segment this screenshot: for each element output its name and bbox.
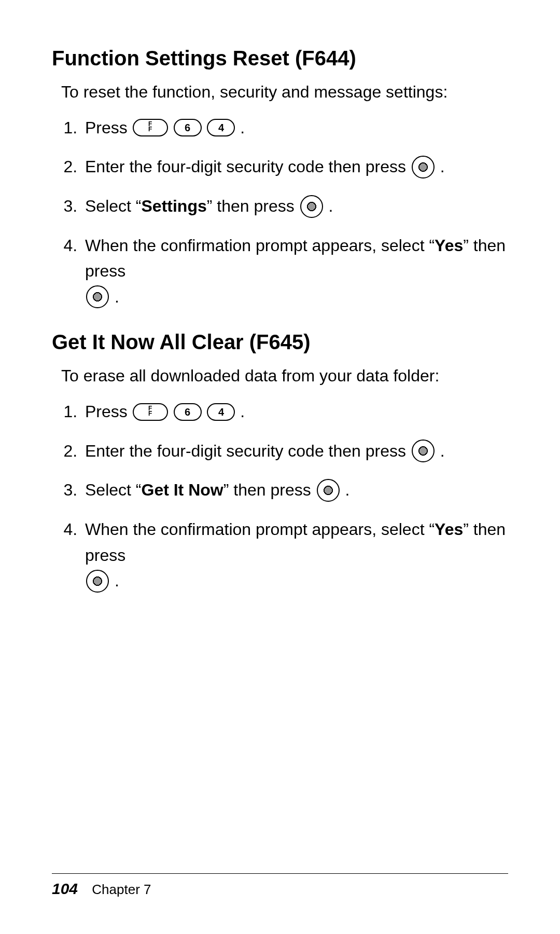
step-text: Enter the four-digit security code then …	[85, 442, 411, 460]
key-f-icon: FF	[133, 119, 168, 136]
list-item: Select “Get It Now” then press .	[82, 477, 513, 503]
step-text: Select “	[85, 480, 141, 499]
step-text: .	[345, 480, 349, 499]
manual-page: Function Settings Reset (F644) To reset …	[0, 0, 560, 934]
list-item: Press FF 6 4 .	[82, 399, 513, 425]
bold-term: Yes	[435, 236, 463, 255]
ok-button-icon	[412, 156, 435, 178]
step-text: Press	[85, 402, 132, 421]
section-heading: Function Settings Reset (F644)	[52, 47, 513, 70]
key-4-icon: 4	[207, 119, 235, 136]
step-text: Enter the four-digit security code then …	[85, 157, 411, 176]
key-6-icon: 6	[174, 119, 202, 136]
step-text: .	[440, 157, 445, 176]
step-text: Press	[85, 118, 132, 137]
bold-term: Get It Now	[141, 480, 223, 499]
section-intro: To erase all downloaded data from your d…	[52, 364, 513, 388]
chapter-label: Chapter 7	[92, 882, 151, 897]
bold-term: Settings	[141, 197, 206, 215]
step-list: Press FF 6 4 . Enter the four-digit secu…	[52, 115, 513, 310]
step-text: When the confirmation prompt appears, se…	[85, 520, 435, 539]
ok-button-icon	[412, 439, 435, 462]
step-text: ” then press	[223, 480, 316, 499]
section-intro: To reset the function, security and mess…	[52, 80, 513, 104]
step-text: When the confirmation prompt appears, se…	[85, 236, 435, 255]
list-item: Select “Settings” then press .	[82, 194, 513, 219]
list-item: Press FF 6 4 .	[82, 115, 513, 141]
step-text: Select “	[85, 197, 141, 215]
step-text: ” then press	[207, 197, 299, 215]
ok-button-icon	[86, 285, 109, 308]
step-text: .	[440, 442, 445, 460]
page-footer: 104 Chapter 7	[52, 873, 508, 898]
list-item: When the confirmation prompt appears, se…	[82, 233, 513, 310]
step-text: .	[240, 402, 245, 421]
ok-button-icon	[300, 195, 323, 218]
key-6-icon: 6	[174, 403, 202, 421]
ok-button-icon	[86, 570, 109, 593]
key-4-icon: 4	[207, 403, 235, 421]
bold-term: Yes	[435, 520, 463, 539]
list-item: Enter the four-digit security code then …	[82, 154, 513, 180]
key-f-icon: FF	[133, 403, 168, 421]
list-item: Enter the four-digit security code then …	[82, 438, 513, 464]
step-text: .	[115, 571, 119, 590]
list-item: When the confirmation prompt appears, se…	[82, 517, 513, 594]
step-text: .	[328, 197, 333, 215]
ok-button-icon	[317, 479, 340, 502]
step-text: .	[115, 287, 119, 306]
section-heading: Get It Now All Clear (F645)	[52, 331, 513, 354]
step-text: .	[240, 118, 245, 137]
step-list: Press FF 6 4 . Enter the four-digit secu…	[52, 399, 513, 594]
page-number: 104	[52, 880, 78, 897]
